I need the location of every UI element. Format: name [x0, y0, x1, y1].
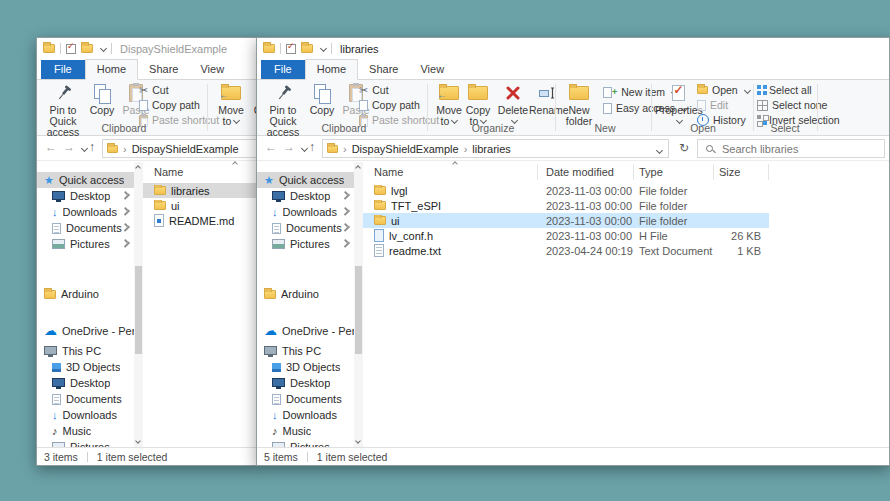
sidebar-item-documents-pc[interactable]: Documents: [37, 391, 134, 407]
file-row-ui[interactable]: ui 2023-11-03 00:00 File folder: [363, 213, 769, 228]
address-dropdown-icon[interactable]: [656, 147, 663, 154]
column-header-type[interactable]: Type: [634, 164, 714, 180]
nav-forward-button[interactable]: →: [283, 140, 295, 154]
tab-view[interactable]: View: [409, 60, 455, 79]
sidebar-item-pictures-pc[interactable]: Pictures: [257, 439, 354, 447]
sidebar-item-downloads-pc[interactable]: ↓ Downloads: [257, 407, 354, 423]
sidebar-item-3d-objects[interactable]: 3D Objects: [37, 359, 134, 375]
sidebar-item-desktop[interactable]: Desktop: [37, 188, 134, 204]
sidebar-item-3d-objects[interactable]: 3D Objects: [257, 359, 354, 375]
file-row-readme-txt[interactable]: readme.txt 2023-04-24 00:19 Text Documen…: [363, 243, 769, 258]
breadcrumb-current[interactable]: libraries: [472, 143, 511, 155]
new-folder-qat-icon[interactable]: [301, 44, 313, 53]
sidebar-item-documents[interactable]: Documents: [37, 220, 134, 236]
tab-share[interactable]: Share: [358, 60, 409, 79]
file-row-libraries[interactable]: libraries: [143, 183, 257, 198]
cut-button[interactable]: ✂ Cut: [359, 83, 389, 97]
copy-button[interactable]: Copy: [305, 82, 339, 116]
properties-qat-icon[interactable]: ✓: [286, 44, 296, 54]
copy-to-button[interactable]: Copy to: [461, 82, 495, 127]
sidebar-item-arduino[interactable]: Arduino: [37, 286, 134, 302]
refresh-button[interactable]: ↻: [675, 139, 693, 158]
edit-button[interactable]: Edit: [697, 98, 728, 112]
file-row-ui[interactable]: ui: [143, 198, 257, 213]
sidebar-scrollbar[interactable]: [134, 162, 143, 447]
sidebar-item-pictures[interactable]: Pictures: [37, 236, 134, 252]
search-box[interactable]: [697, 139, 885, 158]
column-header-name[interactable]: Name: [363, 164, 538, 180]
new-item-icon: [603, 87, 612, 98]
properties-button[interactable]: ✓ Properties: [655, 82, 701, 127]
sidebar-item-desktop-pc[interactable]: Desktop: [37, 375, 134, 391]
nav-up-button[interactable]: ↑: [89, 140, 95, 154]
search-icon: [706, 145, 713, 152]
copy-button[interactable]: Copy: [85, 82, 119, 116]
tab-home[interactable]: Home: [305, 59, 358, 80]
properties-qat-icon[interactable]: ✓: [66, 44, 76, 54]
music-note-icon: ♪: [272, 425, 278, 437]
sidebar-item-arduino[interactable]: Arduino: [257, 286, 354, 302]
cut-button[interactable]: ✂ Cut: [139, 83, 169, 97]
sidebar-item-music[interactable]: ♪ Music: [257, 423, 354, 439]
nav-history-dropdown-icon[interactable]: [81, 145, 88, 152]
sidebar-item-quick-access[interactable]: ★ Quick access: [37, 172, 134, 188]
sidebar-item-pictures[interactable]: Pictures: [257, 236, 354, 252]
scroll-down-icon[interactable]: [135, 438, 141, 444]
nav-history-dropdown-icon[interactable]: [301, 145, 308, 152]
column-header-size[interactable]: Size: [714, 164, 769, 180]
file-row-lv-conf[interactable]: lv_conf.h 2023-11-03 00:00 H File 26 KB: [363, 228, 769, 243]
sidebar-scrollbar[interactable]: [354, 162, 363, 447]
search-input[interactable]: [698, 140, 884, 157]
new-folder-button[interactable]: New folder: [559, 82, 599, 127]
sidebar-item-downloads[interactable]: ↓ Downloads: [257, 204, 354, 220]
sidebar-item-downloads-pc[interactable]: ↓ Downloads: [37, 407, 134, 423]
select-all-button[interactable]: Select all: [757, 83, 812, 97]
qat-dropdown-icon[interactable]: [100, 45, 107, 52]
tab-share[interactable]: Share: [138, 60, 189, 79]
qat-dropdown-icon[interactable]: [320, 45, 327, 52]
sidebar-item-onedrive[interactable]: ☁ OneDrive - Pers: [257, 323, 354, 339]
column-header-name[interactable]: Name: [143, 164, 257, 180]
scroll-up-icon[interactable]: [135, 165, 141, 171]
scroll-down-icon[interactable]: [355, 438, 361, 444]
scrollbar-thumb[interactable]: [135, 266, 142, 354]
nav-forward-button[interactable]: →: [63, 140, 75, 154]
copy-path-button[interactable]: Copy path: [139, 98, 200, 112]
file-row-tft-espi[interactable]: TFT_eSPI 2023-11-03 00:00 File folder: [363, 198, 769, 213]
sidebar-item-pictures-pc[interactable]: Pictures: [37, 439, 134, 447]
file-row-lvgl[interactable]: lvgl 2023-11-03 00:00 File folder: [363, 183, 769, 198]
tab-home[interactable]: Home: [85, 59, 138, 80]
nav-back-button[interactable]: ←: [265, 140, 277, 154]
title-bar[interactable]: ✓ DispayShieldExample: [37, 38, 257, 59]
title-bar[interactable]: ✓ libraries: [257, 38, 889, 59]
scroll-up-icon[interactable]: [355, 165, 361, 171]
breadcrumb[interactable]: › DispayShieldExample: [102, 139, 257, 158]
tab-file[interactable]: File: [41, 60, 85, 79]
sidebar-item-desktop[interactable]: Desktop: [257, 188, 354, 204]
column-header-date[interactable]: Date modified: [538, 164, 634, 180]
move-to-button[interactable]: ← Move to: [213, 82, 249, 127]
sidebar-item-documents-pc[interactable]: Documents: [257, 391, 354, 407]
breadcrumb[interactable]: › DispayShieldExample › libraries: [322, 139, 669, 158]
document-icon: [52, 223, 61, 234]
sidebar-item-quick-access[interactable]: ★ Quick access: [257, 172, 354, 188]
sidebar-item-downloads[interactable]: ↓ Downloads: [37, 204, 134, 220]
nav-back-button[interactable]: ←: [45, 140, 57, 154]
sidebar-item-music[interactable]: ♪ Music: [37, 423, 134, 439]
sidebar-item-onedrive[interactable]: ☁ OneDrive - Pers: [37, 323, 134, 339]
sidebar-item-documents[interactable]: Documents: [257, 220, 354, 236]
nav-up-button[interactable]: ↑: [309, 140, 315, 154]
new-folder-qat-icon[interactable]: [81, 44, 93, 53]
breadcrumb-root[interactable]: DispayShieldExample: [132, 143, 239, 155]
tab-file[interactable]: File: [261, 60, 305, 79]
sidebar-item-desktop-pc[interactable]: Desktop: [257, 375, 354, 391]
tab-view[interactable]: View: [189, 60, 235, 79]
delete-button[interactable]: Delete: [497, 82, 529, 127]
breadcrumb-root[interactable]: DispayShieldExample: [352, 143, 459, 155]
file-row-readme-md[interactable]: README.md: [143, 213, 257, 228]
scrollbar-thumb[interactable]: [355, 266, 362, 354]
sidebar-item-this-pc[interactable]: This PC: [257, 343, 354, 359]
sidebar-item-this-pc[interactable]: This PC: [37, 343, 134, 359]
open-button[interactable]: Open: [697, 83, 750, 97]
copy-path-button[interactable]: Copy path: [359, 98, 420, 112]
